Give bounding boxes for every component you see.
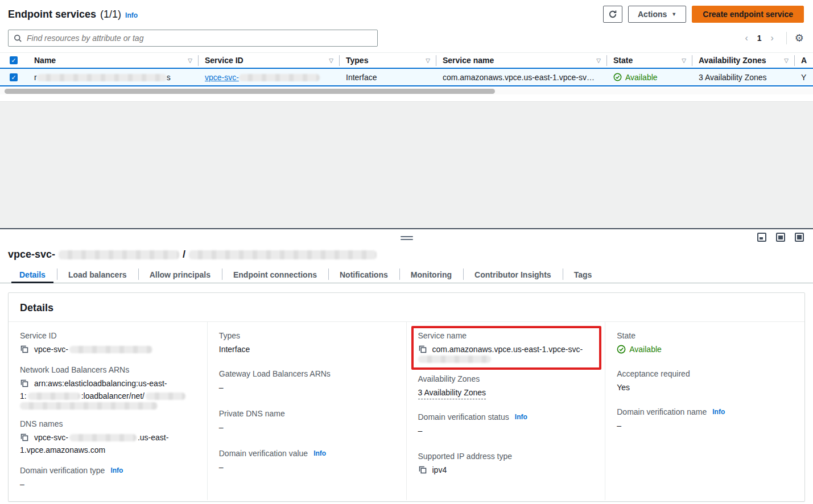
tab-load-balancers[interactable]: Load balancers (57, 266, 138, 283)
scrollbar-thumb[interactable] (5, 89, 495, 94)
select-all-checkbox[interactable]: ✓ (10, 56, 18, 64)
actions-button[interactable]: Actions ▼ (628, 6, 686, 23)
table-bottom-padding (0, 94, 813, 101)
sort-icon[interactable]: ▽ (682, 57, 686, 64)
redacted-service-name-tail (418, 356, 491, 363)
row-select-cell: ✓ (0, 69, 27, 85)
field-service-name: Service name com.amazonaws.vpce.us-east-… (418, 331, 595, 363)
redacted-service-id-value (69, 346, 152, 353)
field-private-dns: Private DNS name – (219, 409, 396, 433)
cell-state: Available (606, 73, 692, 82)
tab-tags[interactable]: Tags (563, 266, 604, 283)
tab-contributor-insights[interactable]: Contributor Insights (463, 266, 563, 283)
gear-icon[interactable]: ⚙ (795, 33, 804, 43)
table-row[interactable]: ✓ rs vpce-svc- Interface com.amazonaws.v… (0, 68, 813, 86)
copy-icon[interactable] (20, 379, 29, 388)
title-info-link[interactable]: Info (125, 11, 138, 19)
redacted-account-id (28, 393, 80, 400)
redacted-title-name (189, 250, 377, 259)
chevron-down-icon: ▼ (671, 11, 676, 17)
cell-types: Interface (339, 73, 436, 82)
details-card-header: Details (9, 293, 804, 322)
refresh-button[interactable] (603, 6, 622, 23)
field-service-id: Service ID vpce-svc- (20, 331, 197, 356)
details-column-2: Types Interface Gateway Load Balancers A… (208, 322, 407, 500)
column-header-state[interactable]: State ▽ (606, 53, 692, 68)
row-checkbox[interactable]: ✓ (10, 73, 18, 81)
availability-zones-popover-link[interactable]: 3 Availability Zones (699, 73, 767, 82)
page-title-group: Endpoint services (1/1) Info (8, 9, 138, 20)
search-box[interactable] (8, 30, 378, 47)
tab-details[interactable]: Details (8, 266, 57, 283)
next-page-icon[interactable]: › (766, 32, 778, 44)
column-header-availability-zones[interactable]: Availability Zones ▽ (692, 53, 794, 68)
split-panel-header (0, 229, 813, 246)
column-header-name[interactable]: Name ▽ (27, 53, 198, 68)
cell-clipped: Y (794, 73, 813, 82)
endpoint-services-panel: Endpoint services (1/1) Info Actions ▼ C… (0, 0, 813, 101)
details-column-1: Service ID vpce-svc- Network Load Balanc… (9, 322, 208, 500)
create-endpoint-service-button[interactable]: Create endpoint service (692, 6, 804, 23)
details-column-4: State Available Acceptance required (605, 322, 804, 500)
copy-icon[interactable] (20, 433, 29, 442)
panel-title: vpce-svc- / (0, 246, 813, 266)
page-title: Endpoint services (8, 9, 96, 20)
toolbar-divider (786, 32, 787, 44)
field-nlb-arns: Network Load Balancers ARNs arn:aws:elas… (20, 365, 197, 410)
redacted-arn-tail (20, 402, 158, 410)
details-columns: Service ID vpce-svc- Network Load Balanc… (9, 322, 804, 496)
field-types: Types Interface (219, 331, 396, 356)
tab-endpoint-connections[interactable]: Endpoint connections (222, 266, 328, 283)
panel-size-medium-icon[interactable] (776, 233, 785, 242)
column-header-service-id[interactable]: Service ID ▽ (198, 53, 339, 68)
current-page[interactable]: 1 (755, 34, 764, 43)
copy-icon[interactable] (20, 345, 29, 354)
copy-icon[interactable] (418, 465, 427, 474)
info-link[interactable]: Info (712, 408, 725, 416)
service-id-link[interactable]: vpce-svc- (205, 73, 320, 82)
table-toolbar: ‹ 1 › ⚙ (0, 27, 813, 47)
info-link[interactable]: Info (313, 449, 326, 457)
info-link[interactable]: Info (110, 466, 123, 474)
horizontal-scrollbar[interactable] (0, 88, 813, 94)
highlight-annotation-box: Service name com.amazonaws.vpce.us-east-… (411, 326, 602, 370)
column-header-service-name[interactable]: Service name ▽ (436, 53, 606, 68)
field-domain-verification-name: Domain verification name Info – (617, 407, 794, 432)
refresh-icon (608, 10, 617, 19)
cell-name: rs (27, 73, 198, 82)
field-glb-arns: Gateway Load Balancers ARNs – (219, 369, 396, 394)
split-panel: vpce-svc- / Details Load balancers Allow… (0, 228, 813, 504)
redacted-title-id (59, 250, 179, 259)
content-background (0, 101, 813, 228)
actions-button-label: Actions (638, 10, 667, 19)
drag-handle[interactable] (401, 236, 413, 240)
availability-zones-popover-link[interactable]: 3 Availability Zones (418, 386, 486, 399)
redacted-service-id (239, 74, 320, 81)
search-input[interactable] (27, 34, 372, 43)
sort-icon[interactable]: ▽ (426, 57, 430, 64)
check-circle-icon (617, 345, 626, 354)
field-dns-names: DNS names vpce-svc-.us-east- 1.vpce.amaz… (20, 419, 197, 456)
copy-icon[interactable] (418, 345, 427, 354)
tab-monitoring[interactable]: Monitoring (399, 266, 463, 283)
tab-notifications[interactable]: Notifications (328, 266, 399, 283)
cell-service-name: com.amazonaws.vpce.us-east-1.vpce-sv… (436, 73, 606, 82)
panel-size-small-icon[interactable] (757, 233, 766, 242)
sort-icon[interactable]: ▽ (596, 57, 601, 64)
select-all-cell: ✓ (0, 53, 27, 68)
column-header-clipped[interactable]: A (794, 53, 813, 68)
details-card: Details Service ID vpce-svc- (8, 292, 805, 502)
header-actions: Actions ▼ Create endpoint service (603, 6, 804, 23)
details-heading: Details (20, 302, 793, 314)
column-header-types[interactable]: Types ▽ (339, 53, 436, 68)
tab-allow-principals[interactable]: Allow principals (138, 266, 222, 283)
prev-page-icon[interactable]: ‹ (740, 32, 752, 44)
redacted-name (37, 74, 167, 81)
sort-icon[interactable]: ▽ (784, 57, 789, 64)
panel-size-full-icon[interactable] (795, 233, 804, 242)
sort-icon[interactable]: ▽ (188, 57, 192, 64)
cell-availability-zones: 3 Availability Zones (692, 73, 794, 82)
info-link[interactable]: Info (515, 413, 527, 421)
sort-icon[interactable]: ▽ (329, 57, 333, 64)
pagination: ‹ 1 › ⚙ (740, 32, 804, 44)
